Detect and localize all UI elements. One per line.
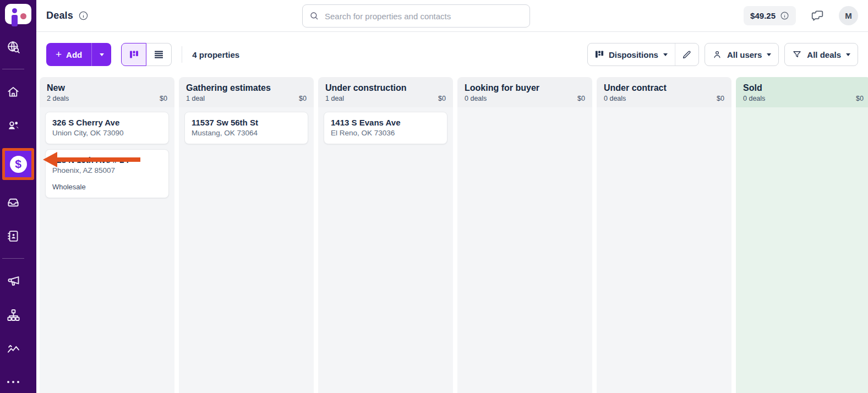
chat-bubbles-icon[interactable] (810, 9, 825, 23)
logo-i-dot (12, 8, 17, 13)
add-dropdown-button[interactable] (91, 43, 111, 66)
chevron-down-icon (100, 53, 104, 56)
search-input[interactable] (325, 12, 523, 21)
chevron-down-icon (767, 53, 771, 56)
column-amount: $0 (299, 95, 307, 102)
all-users-button[interactable]: All users (705, 43, 779, 66)
sitemap-icon (6, 308, 21, 323)
deal-address: 128 N 10th Ave # 24 (52, 155, 162, 165)
kanban-column-under-construction: Under construction1 deal$01413 S Evans A… (318, 77, 453, 393)
balance-info-icon[interactable] (780, 11, 789, 20)
list-icon (154, 51, 163, 59)
column-header: New2 deals$0 (40, 77, 174, 107)
deal-city-state-zip: Union City, OK 73090 (52, 129, 162, 137)
column-header: Gathering estimates1 deal$0 (179, 77, 314, 107)
add-split-button: + Add (46, 43, 111, 66)
kanban-view-button[interactable] (121, 43, 146, 66)
toolbar: + Add (36, 32, 868, 77)
all-deals-label: All deals (807, 50, 841, 59)
column-deal-count: 2 deals (47, 95, 69, 102)
sidebar-divider (2, 258, 24, 259)
deals-page: $ Deals $49.25 (0, 0, 868, 393)
deal-card[interactable]: 1413 S Evans AveEl Reno, OK 73036 (324, 112, 447, 144)
dispositions-dropdown[interactable]: Dispositions (588, 43, 675, 66)
column-deal-count: 0 deals (465, 95, 487, 102)
balance-pill[interactable]: $49.25 (744, 6, 796, 25)
column-deal-count: 1 deal (186, 95, 205, 102)
deal-address: 11537 Sw 56th St (192, 118, 301, 127)
all-users-label: All users (727, 50, 762, 59)
deal-card[interactable]: 128 N 10th Ave # 24Phoenix, AZ 85007Whol… (45, 149, 169, 198)
kanban-board: New2 deals$0326 S Cherry AveUnion City, … (36, 77, 868, 393)
column-amount: $0 (856, 95, 864, 102)
toolbar-right: Dispositions All us (587, 43, 858, 66)
column-body (597, 107, 731, 393)
avatar-initial: M (845, 11, 852, 20)
sidebar-item-deals[interactable]: $ (2, 148, 34, 180)
globe-search-icon (6, 40, 21, 54)
kanban-column-new: New2 deals$0326 S Cherry AveUnion City, … (40, 77, 174, 393)
person-icon (712, 50, 722, 59)
column-title: Looking for buyer (465, 83, 585, 93)
people-icon (6, 118, 21, 133)
column-body: 1413 S Evans AveEl Reno, OK 73036 (318, 107, 453, 393)
column-title: Under contract (604, 83, 724, 93)
logo-pink-dot (20, 13, 26, 19)
toolbar-divider (182, 46, 182, 63)
pencil-icon (681, 50, 692, 60)
page-title: Deals (46, 10, 73, 21)
sidebar-item-marketing[interactable] (2, 270, 24, 292)
deal-city-state-zip: El Reno, OK 73036 (331, 129, 440, 137)
sidebar: $ (0, 0, 36, 393)
properties-count: 4 properties (192, 50, 239, 59)
sidebar-item-contacts-people[interactable] (2, 114, 24, 137)
app-logo[interactable] (5, 4, 31, 24)
sidebar-item-performance[interactable] (2, 337, 24, 359)
balance-amount: $49.25 (750, 11, 776, 20)
megaphone-icon (6, 274, 21, 289)
column-body (457, 107, 592, 393)
topbar: Deals $49.25 (36, 0, 868, 32)
sidebar-item-search-listings[interactable] (2, 36, 24, 58)
column-amount: $0 (438, 95, 446, 102)
column-body: 326 S Cherry AveUnion City, OK 73090128 … (40, 107, 174, 393)
column-amount: $0 (160, 95, 167, 102)
column-body: 11537 Sw 56th StMustang, OK 73064 (179, 107, 314, 393)
add-button-label: Add (66, 50, 82, 59)
sidebar-item-automations[interactable] (2, 304, 24, 326)
dispositions-label: Dispositions (609, 50, 658, 59)
column-header: Looking for buyer0 deals$0 (457, 77, 592, 107)
topbar-right: $49.25 M (744, 6, 858, 25)
sidebar-item-address-book[interactable] (2, 225, 24, 247)
kanban-icon (129, 50, 139, 59)
sidebar-divider (2, 69, 24, 69)
column-title: New (47, 83, 167, 93)
sidebar-item-home[interactable] (2, 81, 24, 103)
avatar[interactable]: M (839, 6, 858, 25)
funnel-icon (792, 50, 802, 59)
chevron-down-icon (663, 53, 668, 56)
column-deal-count: 0 deals (743, 95, 765, 102)
view-toggle (121, 43, 172, 66)
column-title: Gathering estimates (186, 83, 307, 93)
deal-tag: Wholesale (52, 183, 162, 191)
info-circle-icon[interactable] (78, 10, 89, 21)
plus-icon: + (56, 49, 62, 59)
deal-card[interactable]: 11537 Sw 56th StMustang, OK 73064 (184, 112, 308, 144)
deal-card[interactable]: 326 S Cherry AveUnion City, OK 73090 (45, 112, 169, 144)
all-deals-filter-button[interactable]: All deals (784, 43, 858, 66)
column-title: Sold (743, 83, 864, 93)
sidebar-nav: $ (2, 24, 34, 393)
column-header: Sold0 deals$0 (736, 77, 868, 107)
dispositions-group: Dispositions (587, 43, 699, 66)
deal-city-state-zip: Mustang, OK 73064 (192, 129, 301, 137)
home-icon (6, 85, 20, 99)
edit-pipeline-button[interactable] (675, 43, 698, 66)
logo-i-bar (12, 15, 18, 26)
kanban-column-under-contract: Under contract0 deals$0 (597, 77, 731, 393)
list-view-button[interactable] (146, 43, 172, 66)
sidebar-item-inbox[interactable] (2, 192, 24, 214)
add-button[interactable]: + Add (46, 50, 91, 59)
sidebar-item-more[interactable] (2, 371, 24, 393)
global-search (302, 4, 530, 28)
